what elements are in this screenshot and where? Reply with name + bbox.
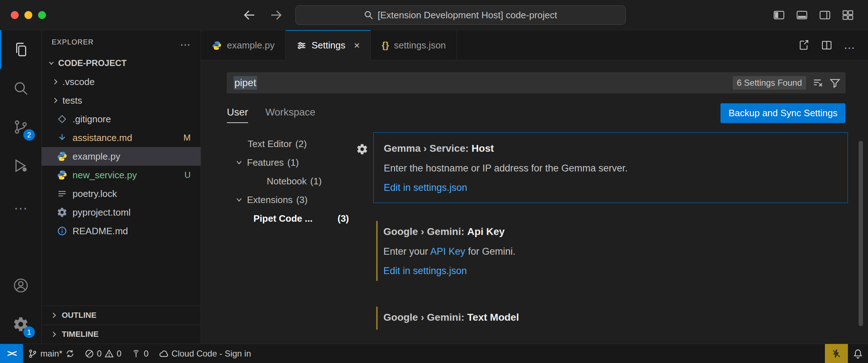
scope-tab-workspace[interactable]: Workspace xyxy=(265,107,316,123)
window-title: [Extension Development Host] code-projec… xyxy=(378,10,557,21)
branch-icon xyxy=(28,349,37,358)
modified-indicator xyxy=(376,221,378,281)
setting-google-gemini-api-key[interactable]: Google › Gemini:Api Key Enter your API K… xyxy=(373,216,848,286)
settings-search-input[interactable]: pipet 6 Settings Found xyxy=(227,72,845,93)
zoom-window-button[interactable] xyxy=(38,11,46,19)
filter-icon[interactable] xyxy=(829,77,841,89)
files-icon xyxy=(13,41,29,58)
activity-bar: 2 … 1 xyxy=(0,30,42,344)
activity-more[interactable]: … xyxy=(0,185,41,224)
tree-item-vscode[interactable]: .vscode xyxy=(42,72,201,91)
editor-area: example.py Settings × {} settings.json …… xyxy=(201,30,868,344)
tree-item-gitignore[interactable]: .gitignore xyxy=(42,110,201,128)
command-center-search[interactable]: [Extension Development Host] code-projec… xyxy=(295,5,626,25)
json-braces-icon: {} xyxy=(382,40,389,51)
python-file-icon xyxy=(212,41,222,51)
tree-item-poetry-lock[interactable]: poetry.lock xyxy=(42,184,201,203)
tree-item-new-service-py[interactable]: new_service.py U xyxy=(42,166,201,184)
settings-badge: 1 xyxy=(23,326,35,338)
scm-badge: 2 xyxy=(23,129,35,141)
branch-status[interactable]: main* xyxy=(23,344,79,363)
more-icon: … xyxy=(14,201,28,208)
edit-in-settings-json-link[interactable]: Edit in settings.json xyxy=(384,182,467,193)
activity-accounts[interactable] xyxy=(0,266,41,305)
info-file-icon xyxy=(57,226,67,236)
run-debug-icon xyxy=(13,157,29,174)
markdown-file-icon xyxy=(57,132,67,143)
close-window-button[interactable] xyxy=(11,11,19,19)
tab-settings[interactable]: Settings × xyxy=(286,30,371,60)
explorer-sidebar: EXPLORER … CODE-PROJECT .vscode tests .g… xyxy=(42,30,201,344)
problems-status[interactable]: 0 0 xyxy=(80,344,127,363)
backup-sync-button[interactable]: Backup and Sync Settings xyxy=(720,103,845,123)
tab-settings-json[interactable]: {} settings.json xyxy=(371,30,457,60)
toggle-sidebar-icon[interactable] xyxy=(773,9,785,22)
forward-arrow-icon[interactable] xyxy=(269,8,283,22)
open-settings-json-icon[interactable] xyxy=(798,39,810,51)
toc-notebook[interactable]: Notebook (1) xyxy=(227,172,356,190)
gemini-status[interactable] xyxy=(825,344,848,363)
tab-example-py[interactable]: example.py xyxy=(201,30,286,60)
error-icon xyxy=(85,349,94,358)
title-bar: [Extension Development Host] code-projec… xyxy=(0,0,868,30)
toc-text-editor[interactable]: Text Editor (2) xyxy=(227,135,356,153)
tree-item-tests[interactable]: tests xyxy=(42,91,201,110)
activity-source-control[interactable]: 2 xyxy=(0,108,41,146)
activity-explorer[interactable] xyxy=(0,30,41,69)
setting-gemma-service-host[interactable]: Gemma › Service:Host Enter the hostname … xyxy=(373,132,848,203)
activity-run-debug[interactable] xyxy=(0,146,41,185)
remote-icon: >< xyxy=(7,348,16,359)
window-controls xyxy=(0,11,65,19)
tree-item-readme-md[interactable]: README.md xyxy=(42,222,201,240)
edit-in-settings-json-link[interactable]: Edit in settings.json xyxy=(383,265,467,276)
toggle-secondary-sidebar-icon[interactable] xyxy=(818,9,831,22)
tree-root-code-project[interactable]: CODE-PROJECT xyxy=(42,54,201,72)
editor-more-actions-icon[interactable]: … xyxy=(844,38,855,52)
activity-settings[interactable]: 1 xyxy=(0,305,41,344)
setting-title: Google › Gemini:Api Key xyxy=(383,224,838,240)
setting-title: Google › Gemini:Text Model xyxy=(383,310,838,325)
setting-title: Gemma › Service:Host xyxy=(384,141,837,156)
toc-extensions[interactable]: Extensions (3) xyxy=(227,190,356,209)
back-arrow-icon[interactable] xyxy=(242,8,257,22)
toc-features[interactable]: Features (1) xyxy=(227,153,356,172)
git-file-icon xyxy=(57,114,67,124)
settings-scrollbar[interactable] xyxy=(859,141,863,326)
notifications-status[interactable] xyxy=(848,344,868,363)
explorer-more-actions-icon[interactable]: … xyxy=(180,36,191,48)
close-tab-icon[interactable]: × xyxy=(354,40,360,51)
settings-found-badge: 6 Settings Found xyxy=(733,76,806,90)
untracked-badge: U xyxy=(185,170,201,180)
chevron-right-icon xyxy=(50,330,58,338)
setting-google-gemini-text-model[interactable]: Google › Gemini:Text Model xyxy=(373,302,848,335)
split-editor-icon[interactable] xyxy=(821,39,833,51)
cloud-code-status[interactable]: Cloud Code - Sign in xyxy=(154,344,256,363)
toml-file-icon xyxy=(57,207,67,218)
search-icon xyxy=(364,10,373,20)
clear-settings-search-icon[interactable] xyxy=(812,77,823,89)
api-key-link[interactable]: API Key xyxy=(430,246,466,257)
root-folder-label: CODE-PROJECT xyxy=(58,58,127,68)
settings-editor: pipet 6 Settings Found User Workspace Ba… xyxy=(201,60,868,344)
sync-icon xyxy=(65,349,75,358)
chevron-right-icon xyxy=(52,96,60,104)
customize-layout-icon[interactable] xyxy=(841,9,854,22)
lightning-off-icon xyxy=(831,349,841,359)
timeline-section[interactable]: TIMELINE xyxy=(42,325,201,344)
outline-section[interactable]: OUTLINE xyxy=(42,306,201,325)
minimize-window-button[interactable] xyxy=(24,11,32,19)
tree-item-assistance-md[interactable]: assistance.md M xyxy=(42,128,201,147)
ports-status[interactable]: 0 xyxy=(126,344,153,363)
toggle-panel-icon[interactable] xyxy=(795,9,808,22)
chevron-down-icon xyxy=(235,158,243,167)
settings-toc: Text Editor (2) Features (1) Notebook (1… xyxy=(227,132,356,344)
tab-bar: example.py Settings × {} settings.json … xyxy=(201,30,868,60)
tree-item-example-py[interactable]: example.py xyxy=(42,147,201,166)
scope-tab-user[interactable]: User xyxy=(227,107,248,123)
activity-search[interactable] xyxy=(0,69,41,108)
toc-pipet-code[interactable]: Pipet Code ... (3) xyxy=(227,209,356,228)
remote-indicator[interactable]: >< xyxy=(0,344,23,363)
setting-gear-icon[interactable] xyxy=(356,143,368,155)
tree-item-pyproject-toml[interactable]: pyproject.toml xyxy=(42,203,201,222)
explorer-title: EXPLORER xyxy=(52,38,94,46)
